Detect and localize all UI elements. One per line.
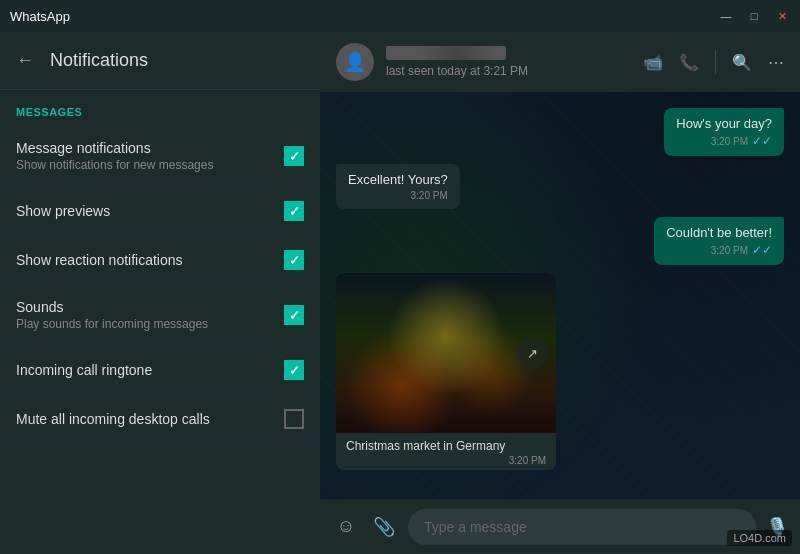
window-controls: — □ ✕ (718, 10, 790, 23)
checkbox-sounds[interactable] (284, 305, 304, 325)
message-input[interactable] (408, 509, 756, 545)
settings-list: Message notifications Show notifications… (0, 126, 320, 444)
setting-label-incoming-call-ringtone: Incoming call ringtone (16, 362, 284, 378)
video-call-button[interactable]: 📹 (643, 53, 663, 72)
setting-text-show-reaction-notifications: Show reaction notifications (16, 252, 284, 268)
setting-text-sounds: Sounds Play sounds for incoming messages (16, 299, 284, 331)
checkbox-show-previews[interactable] (284, 201, 304, 221)
message-msg3: Couldn't be better! 3:20 PM ✓✓ (336, 217, 784, 265)
setting-sub-sounds: Play sounds for incoming messages (16, 317, 284, 331)
search-button[interactable]: 🔍 (732, 53, 752, 72)
notifications-header: ← Notifications (0, 32, 320, 90)
message-time: 3:20 PM (410, 190, 447, 201)
contact-info: last seen today at 3:21 PM (386, 46, 631, 78)
back-button[interactable]: ← (16, 50, 34, 71)
setting-sub-message-notifications: Show notifications for new messages (16, 158, 284, 172)
chat-header: 👤 last seen today at 3:21 PM 📹 📞 🔍 ⋯ (320, 32, 800, 92)
notifications-panel: ← Notifications MESSAGES Message notific… (0, 32, 320, 554)
setting-item-show-previews: Show previews (0, 187, 320, 236)
message-time: 3:20 PM (711, 136, 748, 147)
image-content: ↗ (336, 273, 556, 433)
message-time: 3:20 PM (711, 245, 748, 256)
setting-text-show-previews: Show previews (16, 203, 284, 219)
checkbox-message-notifications[interactable] (284, 146, 304, 166)
message-text: How's your day? (676, 116, 772, 131)
header-divider (715, 50, 716, 74)
message-meta: 3:20 PM ✓✓ (676, 134, 772, 148)
maximize-button[interactable]: □ (746, 10, 762, 23)
checkbox-show-reaction-notifications[interactable] (284, 250, 304, 270)
notifications-title: Notifications (50, 50, 148, 71)
setting-label-show-previews: Show previews (16, 203, 284, 219)
contact-status: last seen today at 3:21 PM (386, 64, 631, 78)
message-ticks: ✓✓ (752, 134, 772, 148)
main-layout: ← Notifications MESSAGES Message notific… (0, 32, 800, 554)
messages-area: How's your day? 3:20 PM ✓✓ Excellent! Yo… (320, 92, 800, 499)
message-meta: 3:20 PM ✓✓ (666, 243, 772, 257)
emoji-button[interactable]: ☺ (332, 516, 360, 537)
app-title: WhatsApp (10, 9, 70, 24)
message-msg4: ↗ Christmas market in Germany 3:20 PM (336, 273, 784, 470)
image-message: ↗ Christmas market in Germany 3:20 PM (336, 273, 556, 470)
setting-text-incoming-call-ringtone: Incoming call ringtone (16, 362, 284, 378)
message-text: Excellent! Yours? (348, 172, 448, 187)
chat-actions: 📹 📞 🔍 ⋯ (643, 50, 784, 74)
image-caption: Christmas market in Germany 3:20 PM (336, 433, 556, 470)
message-bubble: Excellent! Yours? 3:20 PM (336, 164, 460, 209)
contact-name (386, 46, 506, 60)
setting-item-incoming-call-ringtone: Incoming call ringtone (0, 346, 320, 395)
close-button[interactable]: ✕ (774, 10, 790, 23)
message-time: 3:20 PM (509, 455, 546, 466)
messages-section-label: MESSAGES (0, 90, 320, 126)
voice-call-button[interactable]: 📞 (679, 53, 699, 72)
watermark: LO4D.com (727, 530, 792, 546)
setting-item-message-notifications: Message notifications Show notifications… (0, 126, 320, 187)
message-ticks: ✓✓ (752, 243, 772, 257)
message-msg1: How's your day? 3:20 PM ✓✓ (336, 108, 784, 156)
message-bubble: How's your day? 3:20 PM ✓✓ (664, 108, 784, 156)
setting-text-mute-calls: Mute all incoming desktop calls (16, 411, 284, 427)
setting-text-message-notifications: Message notifications Show notifications… (16, 140, 284, 172)
setting-label-message-notifications: Message notifications (16, 140, 284, 156)
caption-meta: 3:20 PM (346, 455, 546, 466)
minimize-button[interactable]: — (718, 10, 734, 23)
setting-label-sounds: Sounds (16, 299, 284, 315)
attach-button[interactable]: 📎 (370, 516, 398, 538)
setting-item-mute-calls: Mute all incoming desktop calls (0, 395, 320, 444)
titlebar: WhatsApp — □ ✕ (0, 0, 800, 32)
setting-item-sounds: Sounds Play sounds for incoming messages (0, 285, 320, 346)
more-options-button[interactable]: ⋯ (768, 53, 784, 72)
setting-item-show-reaction-notifications: Show reaction notifications (0, 236, 320, 285)
message-bubble: Couldn't be better! 3:20 PM ✓✓ (654, 217, 784, 265)
avatar: 👤 (336, 43, 374, 81)
chat-panel: 👤 last seen today at 3:21 PM 📹 📞 🔍 ⋯ How… (320, 32, 800, 554)
message-text: Couldn't be better! (666, 225, 772, 240)
checkbox-incoming-call-ringtone[interactable] (284, 360, 304, 380)
share-button[interactable]: ↗ (516, 337, 548, 369)
setting-label-show-reaction-notifications: Show reaction notifications (16, 252, 284, 268)
caption-text: Christmas market in Germany (346, 439, 546, 453)
checkbox-mute-calls[interactable] (284, 409, 304, 429)
message-meta: 3:20 PM (348, 190, 448, 201)
message-msg2: Excellent! Yours? 3:20 PM (336, 164, 784, 209)
setting-label-mute-calls: Mute all incoming desktop calls (16, 411, 284, 427)
